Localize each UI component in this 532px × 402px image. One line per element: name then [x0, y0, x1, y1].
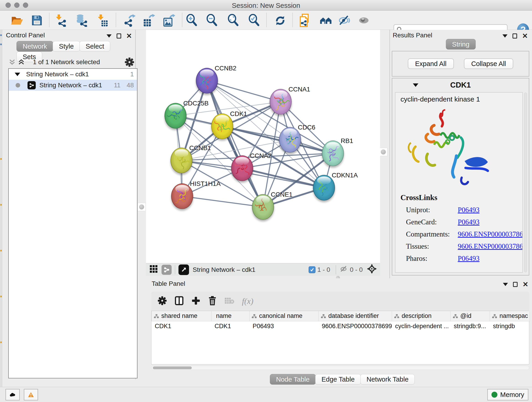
column-header-database-identifier[interactable]: database identifier	[319, 311, 392, 321]
birds-eye-view-icon[interactable]	[178, 264, 189, 275]
open-session-icon[interactable]	[10, 13, 24, 27]
function-builder-icon[interactable]: f(x)	[242, 296, 253, 306]
network-view-icon[interactable]	[162, 265, 172, 275]
column-header--id[interactable]: @id	[451, 311, 490, 321]
tree-expand-icon[interactable]	[15, 73, 20, 76]
table-cell[interactable]: stringdb	[490, 321, 530, 331]
results-panel-maximize-icon[interactable]	[513, 33, 517, 38]
zoom-fit-icon[interactable]	[226, 13, 240, 27]
grid-mode-icon[interactable]	[150, 265, 157, 274]
zoom-selected-icon[interactable]	[247, 13, 261, 27]
protein-description: cyclin-dependent kinase 1	[395, 93, 522, 103]
network-row[interactable]: String Network – cdk1 11 48	[9, 80, 137, 91]
network-canvas[interactable]: CCNB2CCNA1CDC25BCDK1CDC6RB1CCNB1CCNA2CDK…	[146, 30, 380, 263]
protein-result-card: CDK1 cyclin-dependent kinase 1	[392, 78, 529, 275]
tab-network[interactable]: Network	[17, 41, 53, 51]
results-scrollbar[interactable]	[524, 93, 527, 272]
results-panel-float-icon[interactable]	[502, 34, 507, 38]
crosslinks-section: CrossLinks Uniprot:P06493GeneCard:P06493…	[400, 193, 523, 263]
import-network-file-icon[interactable]	[54, 13, 68, 27]
warning-icon	[28, 391, 34, 398]
clear-table-icon[interactable]	[225, 297, 234, 306]
tab-style[interactable]: Style	[53, 41, 80, 51]
table-cell[interactable]: cyclin-dependent ...	[392, 321, 451, 331]
export-network-icon[interactable]	[122, 13, 137, 27]
network-options-gear-icon[interactable]	[125, 57, 134, 67]
memory-button[interactable]: Memory	[487, 389, 528, 400]
node-label-cdkn1a: CDKN1A	[332, 172, 358, 179]
import-network-database-icon[interactable]	[75, 13, 89, 27]
tab-node-table[interactable]: Node Table	[270, 374, 316, 385]
network-status-dot	[16, 83, 20, 88]
control-panel-close-icon[interactable]: ✕	[126, 32, 132, 39]
create-column-icon[interactable]	[191, 296, 200, 306]
tab-select[interactable]: Select	[80, 41, 110, 51]
crosslink-link[interactable]: P06493	[458, 206, 480, 214]
show-column-icon[interactable]	[175, 296, 184, 306]
table-cell[interactable]: CDK1	[152, 321, 211, 331]
zoom-out-icon[interactable]	[205, 13, 219, 27]
string-home-icon[interactable]	[319, 13, 333, 27]
export-image-icon[interactable]	[162, 13, 176, 27]
column-header-name[interactable]: name	[211, 311, 249, 321]
eye-icon[interactable]	[357, 13, 371, 27]
fit-selected-crosshair-icon[interactable]	[367, 264, 377, 275]
collapse-card-icon[interactable]	[413, 83, 418, 87]
crosslinks-heading: CrossLinks	[400, 193, 523, 202]
delete-column-trash-icon[interactable]	[208, 296, 217, 306]
control-panel-maximize-icon[interactable]	[117, 33, 121, 38]
selected-checkbox-icon[interactable]	[309, 266, 316, 273]
results-panel-close-icon[interactable]: ✕	[522, 32, 528, 39]
node-highlight	[317, 177, 331, 185]
column-header-shared-name[interactable]: shared name	[152, 311, 211, 321]
hidden-eye-slash-icon[interactable]	[339, 264, 348, 275]
save-session-icon[interactable]	[30, 13, 44, 27]
table-cell[interactable]: CDK1	[211, 321, 249, 331]
column-header-namespac[interactable]: namespac	[490, 311, 530, 321]
network-type-icon	[27, 81, 36, 89]
cloud-tasks-button[interactable]	[6, 389, 20, 400]
crosslink-link[interactable]: P06493	[458, 218, 480, 226]
zoom-in-icon[interactable]	[185, 13, 199, 27]
tab-network-table[interactable]: Network Table	[360, 374, 415, 385]
toolbar-separator	[266, 13, 267, 27]
table-cell[interactable]: stringdb:9...	[451, 321, 490, 331]
expand-all-button[interactable]: Expand All	[408, 58, 454, 69]
table-panel-float-icon[interactable]	[503, 283, 508, 286]
collapse-all-button[interactable]: Collapse All	[464, 58, 513, 69]
export-table-icon[interactable]	[142, 13, 156, 27]
show-hide-graphics-icon[interactable]	[338, 13, 352, 27]
hidden-node-edge-count: 0 - 0	[350, 266, 363, 274]
warnings-button[interactable]	[24, 389, 38, 400]
node-table[interactable]: shared namenamecanonical namedatabase id…	[151, 311, 529, 364]
table-cell[interactable]: 9606.ENSP00000378699	[319, 321, 392, 331]
right-splitter-handle[interactable]	[379, 148, 387, 156]
crosslink-link[interactable]: 9606.ENSP00000378699	[458, 230, 523, 238]
table-toolbar: f(x)	[151, 292, 529, 311]
clone-network-icon[interactable]	[298, 13, 312, 27]
column-header-canonical-name[interactable]: canonical name	[249, 311, 319, 321]
table-row[interactable]: CDK1CDK1P064939606.ENSP00000378699cyclin…	[152, 321, 530, 331]
protein-structure-image	[405, 106, 492, 189]
left-splitter-handle[interactable]	[138, 203, 146, 211]
tab-edge-table[interactable]: Edge Table	[315, 374, 361, 385]
table-cell[interactable]: P06493	[249, 321, 319, 331]
protein-card-header[interactable]: CDK1	[392, 78, 529, 92]
import-table-file-icon[interactable]	[95, 13, 110, 27]
table-horizontal-scrollbar[interactable]	[151, 366, 529, 370]
crosslink-row: Compartments:9606.ENSP00000378699	[400, 230, 523, 238]
crosslink-link[interactable]: 9606.ENSP00000378699	[458, 242, 523, 250]
scrollbar-thumb[interactable]	[153, 366, 192, 369]
table-settings-gear-icon[interactable]	[158, 296, 167, 306]
column-header-description[interactable]: description	[392, 311, 451, 321]
tab-string[interactable]: String	[446, 39, 476, 50]
crosslink-row: GeneCard:P06493	[400, 218, 523, 226]
table-panel-maximize-icon[interactable]	[513, 282, 518, 287]
table-panel-close-icon[interactable]: ✕	[523, 281, 528, 288]
crosslink-link[interactable]: P06493	[458, 254, 480, 263]
control-panel-float-icon[interactable]	[107, 34, 112, 38]
node-highlight	[215, 115, 229, 123]
column-type-icon	[394, 314, 399, 318]
refresh-icon[interactable]	[273, 13, 287, 27]
network-collection-row[interactable]: String Network – cdk1 1	[9, 69, 137, 80]
